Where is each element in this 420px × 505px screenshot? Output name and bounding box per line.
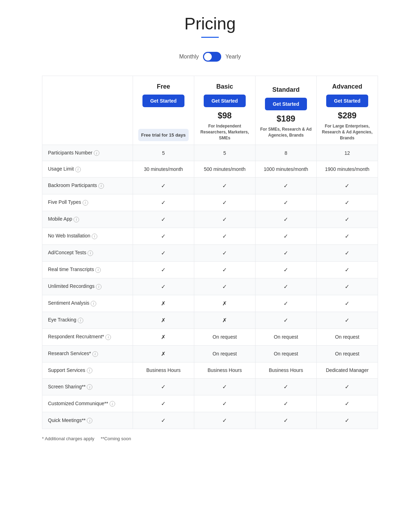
checkmark: ✓ xyxy=(284,183,288,189)
feature-label-16: Quick Meetings**i xyxy=(42,412,133,429)
feature-value-4-1: ✓ xyxy=(194,211,255,228)
plan-name-standard: Standard xyxy=(259,86,313,94)
info-icon[interactable]: i xyxy=(87,384,92,390)
checkmark: ✓ xyxy=(161,183,166,189)
feature-value-8-2: ✓ xyxy=(255,278,316,295)
checkmark: ✓ xyxy=(284,233,288,239)
info-icon[interactable]: i xyxy=(96,284,102,290)
feature-value-11-3: On request xyxy=(316,328,378,345)
feature-row: Sentiment Analysisi✗✗✓✓ xyxy=(42,295,378,312)
info-icon[interactable]: i xyxy=(75,167,81,172)
info-icon[interactable]: i xyxy=(74,217,79,222)
feature-value-10-0: ✗ xyxy=(133,312,194,328)
info-icon[interactable]: i xyxy=(92,351,98,357)
info-icon[interactable]: i xyxy=(95,267,101,273)
checkmark: ✓ xyxy=(284,200,288,206)
info-icon[interactable]: i xyxy=(105,334,111,340)
checkmark: ✓ xyxy=(161,417,166,423)
feature-row: Eye Trackingi✗✗✓✓ xyxy=(42,312,378,328)
feature-label-13: Support Servicesi xyxy=(42,362,133,378)
checkmark: ✓ xyxy=(345,183,349,189)
feature-value-13-3: Dedicated Manager xyxy=(316,362,378,378)
checkmark: ✓ xyxy=(161,284,166,290)
checkmark: ✓ xyxy=(284,384,288,390)
checkmark: ✓ xyxy=(284,401,288,407)
info-icon[interactable]: i xyxy=(94,150,99,156)
info-icon[interactable]: i xyxy=(88,250,93,256)
footer-note-1: * Additional charges apply xyxy=(42,436,94,441)
checkmark: ✓ xyxy=(284,317,288,323)
feature-value-8-0: ✓ xyxy=(133,278,194,295)
info-icon[interactable]: i xyxy=(110,401,115,407)
checkmark: ✓ xyxy=(345,284,349,290)
info-icon[interactable]: i xyxy=(87,368,92,373)
get-started-basic[interactable]: Get Started xyxy=(204,95,245,107)
checkmark: ✓ xyxy=(345,384,349,390)
feature-value-5-1: ✓ xyxy=(194,228,255,244)
feature-value-1-1: 500 minutes/month xyxy=(194,161,255,177)
feature-value-0-2: 8 xyxy=(255,145,316,161)
feature-value-7-0: ✓ xyxy=(133,261,194,278)
feature-value-0-3: 12 xyxy=(316,145,378,161)
feature-row: Usage Limiti30 minutes/month500 minutes/… xyxy=(42,161,378,177)
checkmark: ✓ xyxy=(222,284,227,290)
feature-value-11-2: On request xyxy=(255,328,316,345)
feature-value-1-2: 1000 minutes/month xyxy=(255,161,316,177)
feature-value-12-2: On request xyxy=(255,345,316,362)
feature-value-12-0: ✗ xyxy=(133,345,194,362)
feature-value-9-2: ✓ xyxy=(255,295,316,312)
info-icon[interactable]: i xyxy=(78,318,83,323)
checkmark: ✓ xyxy=(222,267,227,273)
get-started-standard[interactable]: Get Started xyxy=(265,98,307,110)
checkmark: ✓ xyxy=(284,300,288,306)
feature-value-15-1: ✓ xyxy=(194,395,255,412)
plan-header-standard: Standard Get Started $189 For SMEs, Rese… xyxy=(255,76,316,145)
feature-row: Research Services*i✗On requestOn request… xyxy=(42,345,378,362)
checkmark: ✓ xyxy=(222,250,227,256)
billing-toggle: Monthly Yearly xyxy=(42,52,378,62)
feature-column-header xyxy=(42,76,133,145)
feature-label-11: Respondent Recruitment*i xyxy=(42,328,133,345)
feature-label-8: Unlimited Recordingsi xyxy=(42,278,133,295)
feature-label-15: Customized Communique**i xyxy=(42,395,133,412)
page-wrapper: Pricing Monthly Yearly Free Get Started … xyxy=(35,0,385,462)
feature-label-6: Ad/Concept Testsi xyxy=(42,244,133,261)
feature-row: Unlimited Recordingsi✓✓✓✓ xyxy=(42,278,378,295)
info-icon[interactable]: i xyxy=(91,301,96,306)
feature-row: Screen Sharing**i✓✓✓✓ xyxy=(42,378,378,395)
feature-value-4-2: ✓ xyxy=(255,211,316,228)
plan-header-free: Free Get Started Free trial for 15 days xyxy=(133,76,194,145)
feature-value-10-3: ✓ xyxy=(316,312,378,328)
feature-value-8-1: ✓ xyxy=(194,278,255,295)
plan-name-basic: Basic xyxy=(198,83,252,90)
feature-label-12: Research Services*i xyxy=(42,345,133,362)
feature-value-16-1: ✓ xyxy=(194,412,255,429)
feature-label-1: Usage Limiti xyxy=(42,161,133,177)
feature-value-0-1: 5 xyxy=(194,145,255,161)
billing-toggle-track[interactable] xyxy=(203,52,221,62)
get-started-free[interactable]: Get Started xyxy=(142,95,184,107)
checkmark: ✓ xyxy=(284,417,288,423)
feature-label-4: Mobile Appi xyxy=(42,211,133,228)
checkmark: ✓ xyxy=(161,233,166,239)
get-started-advanced[interactable]: Get Started xyxy=(326,95,368,107)
price-advanced: $289 xyxy=(320,111,374,120)
info-icon[interactable]: i xyxy=(92,234,97,239)
info-icon[interactable]: i xyxy=(83,200,88,206)
info-icon[interactable]: i xyxy=(98,183,104,189)
plan-header-advanced: Advanced Get Started $289 For Large Ente… xyxy=(316,76,378,145)
plan-name-free: Free xyxy=(136,83,190,90)
pricing-table: Free Get Started Free trial for 15 days … xyxy=(42,76,378,429)
checkmark: ✓ xyxy=(345,250,349,256)
checkmark: ✓ xyxy=(345,417,349,423)
feature-value-15-3: ✓ xyxy=(316,395,378,412)
cross: ✗ xyxy=(222,317,227,323)
feature-row: Five Poll Typesi✓✓✓✓ xyxy=(42,194,378,211)
free-trial-badge: Free trial for 15 days xyxy=(138,129,188,141)
checkmark: ✓ xyxy=(161,267,166,273)
feature-label-9: Sentiment Analysisi xyxy=(42,295,133,312)
checkmark: ✓ xyxy=(161,401,166,407)
info-icon[interactable]: i xyxy=(87,418,92,423)
checkmark: ✓ xyxy=(284,216,288,222)
feature-value-3-0: ✓ xyxy=(133,194,194,211)
